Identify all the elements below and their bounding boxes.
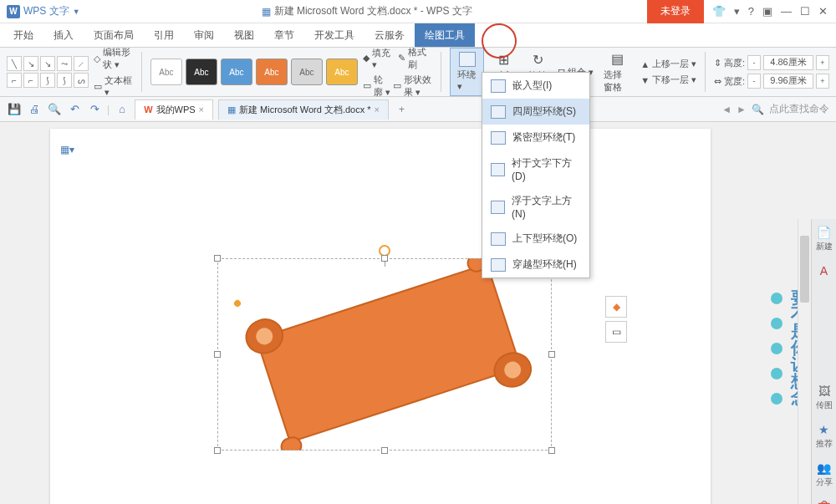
search-icon[interactable]: 🔍 (752, 104, 764, 115)
document-area: ▦▾ (0, 122, 836, 504)
style-5[interactable]: Abc (291, 59, 323, 85)
rp-new[interactable]: 📄新建 (816, 226, 833, 252)
menu-view[interactable]: 视图 (224, 23, 264, 48)
redo-icon[interactable]: ↷ (87, 102, 102, 117)
menu-dev[interactable]: 开发工具 (304, 23, 364, 48)
edit-shape[interactable]: ◇ 编辑形状 ▾ (94, 46, 133, 71)
menu-draw-tools[interactable]: 绘图工具 (415, 23, 475, 48)
app-brand: W WPS 文字 ▼ (0, 4, 87, 18)
save-icon[interactable]: 💾 (7, 102, 22, 117)
skin-icon[interactable]: 👕 (712, 5, 726, 18)
rp-tpl[interactable]: 🖼传图 (816, 384, 833, 411)
add-tab-icon[interactable]: + (394, 104, 410, 115)
undo-icon[interactable]: ↶ (67, 102, 82, 117)
search-placeholder[interactable]: 点此查找命令 (769, 102, 829, 116)
page-break-icon: ▦▾ (60, 144, 74, 155)
window-controls: 👕 ▾ ? ▣ — ☐ ✕ (704, 5, 836, 18)
height-input[interactable]: 4.86厘米 (763, 55, 813, 70)
style-4[interactable]: Abc (256, 59, 288, 85)
handle-bm[interactable] (381, 447, 388, 454)
tab-document[interactable]: ▦ 新建 Microsoft Word 文档.docx * × (218, 99, 389, 120)
handle-tm[interactable] (381, 255, 388, 262)
wps-logo-icon: W (144, 104, 152, 115)
width-row: ⇔ 宽度: -9.96厘米+ (714, 74, 829, 89)
print-icon[interactable]: 🖨 (27, 102, 42, 117)
style-6[interactable]: Abc (326, 59, 358, 85)
wrap-tight[interactable]: 紧密型环绕(T) (482, 125, 589, 150)
help-icon[interactable]: ? (748, 5, 754, 18)
title-bar: W WPS 文字 ▼ ▦ 新建 Microsoft Word 文档.docx *… (0, 0, 836, 23)
bring-forward[interactable]: ▲ 上移一层 ▾ (640, 58, 696, 70)
minimize-icon[interactable]: — (781, 5, 792, 18)
brand-dropdown-icon[interactable]: ▼ (73, 8, 80, 16)
decorative-dots (771, 293, 782, 405)
textbox[interactable]: ▭ 文本框 ▾ (94, 74, 133, 98)
doc-icon: ▦ (262, 6, 271, 18)
select-pane[interactable]: ▤选择窗格 (599, 49, 635, 95)
width-dec[interactable]: - (747, 74, 761, 89)
login-button[interactable]: 未登录 (647, 0, 704, 23)
wrap-behind[interactable]: 衬于文字下方(D) (482, 150, 589, 188)
height-inc[interactable]: + (816, 55, 829, 70)
document-page[interactable]: ▦▾ (50, 129, 711, 504)
send-backward[interactable]: ▼ 下移一层 ▾ (640, 74, 696, 86)
menu-section[interactable]: 章节 (264, 23, 304, 48)
app-logo-icon: W (7, 5, 20, 18)
wrap-topbottom[interactable]: 上下型环绕(O) (482, 226, 589, 252)
doc-tab-icon: ▦ (227, 104, 236, 115)
window-title: ▦ 新建 Microsoft Word 文档.docx * - WPS 文字 (87, 4, 647, 18)
rp-tools[interactable]: 🧰工具 (816, 500, 833, 504)
height-row: ⇕ 高度: -4.86厘米+ (714, 55, 829, 70)
wrap-button[interactable]: 环绕 ▾ (450, 48, 484, 96)
outline-effect[interactable]: ▭ 轮廓 ▾ ▭ 形状效果 ▾ (363, 74, 432, 99)
tab-mywps[interactable]: W 我的WPS × (135, 99, 213, 120)
menu-start[interactable]: 开始 (3, 23, 43, 48)
preview-icon[interactable]: 🔍 (47, 102, 62, 117)
title-text: 新建 Microsoft Word 文档.docx * - WPS 文字 (274, 4, 472, 18)
nav-right-icon[interactable]: ► (737, 104, 747, 115)
style-3[interactable]: Abc (221, 59, 252, 85)
rp-rec[interactable]: ★推荐 (816, 423, 833, 450)
menu-layout[interactable]: 页面布局 (84, 23, 144, 48)
style-gallery[interactable]: Abc Abc Abc Abc Abc Abc (150, 59, 358, 85)
menu-insert[interactable]: 插入 (43, 23, 84, 48)
height-dec[interactable]: - (747, 55, 761, 70)
tab-close-icon[interactable]: × (199, 104, 204, 115)
style-1[interactable]: Abc (150, 59, 182, 85)
wrap-front[interactable]: 浮于文字上方(N) (482, 188, 589, 226)
handle-br[interactable] (548, 447, 555, 454)
maximize-icon[interactable]: ☐ (800, 5, 810, 18)
float-fill-icon[interactable]: ◆ (605, 296, 627, 318)
line-tools[interactable]: ╲↘↘⤳⟋ ⌐⌐⟆⟆ᔕ (7, 56, 89, 88)
wrap-inline[interactable]: 嵌入型(I) (482, 73, 589, 99)
menu-cloud[interactable]: 云服务 (364, 23, 415, 48)
handle-ml[interactable] (214, 351, 221, 358)
float-outline-icon[interactable]: ▭ (605, 321, 627, 343)
ribbon: ╲↘↘⤳⟋ ⌐⌐⟆⟆ᔕ ◇ 编辑形状 ▾ ▭ 文本框 ▾ Abc Abc Abc… (0, 47, 836, 97)
rp-style[interactable]: A (818, 264, 831, 277)
settings-icon[interactable]: ▾ (734, 5, 740, 18)
floating-toolbar: ◆ ▭ (605, 296, 627, 343)
rp-share[interactable]: 👥分享 (816, 461, 833, 488)
shape-selection[interactable] (217, 258, 552, 451)
width-inc[interactable]: + (816, 74, 829, 89)
right-panel: 📄新建 A 🖼传图 ★推荐 👥分享 🧰工具 ⟳备份 ?帮助 (811, 219, 836, 504)
wrap-square[interactable]: 四周型环绕(S) (482, 99, 589, 125)
menu-reference[interactable]: 引用 (144, 23, 184, 48)
app-name: WPS 文字 (23, 4, 69, 18)
fill[interactable]: ◆ 填充 ▾ ✎ 格式刷 (363, 46, 432, 71)
handle-tl[interactable] (214, 255, 221, 262)
vertical-scrollbar[interactable] (798, 219, 811, 504)
width-input[interactable]: 9.96厘米 (763, 74, 813, 89)
nav-left-icon[interactable]: ◄ (721, 104, 732, 115)
wrap-dropdown: 嵌入型(I) 四周型环绕(S) 紧密型环绕(T) 衬于文字下方(D) 浮于文字上… (482, 72, 590, 278)
close-icon[interactable]: ✕ (818, 5, 828, 18)
menu-review[interactable]: 审阅 (184, 23, 224, 48)
home-icon[interactable]: ⌂ (115, 102, 130, 117)
restore-icon[interactable]: ▣ (762, 5, 772, 18)
style-2[interactable]: Abc (186, 59, 217, 85)
tab-close-icon[interactable]: × (375, 104, 380, 115)
handle-bl[interactable] (214, 447, 221, 454)
wrap-through[interactable]: 穿越型环绕(H) (482, 252, 589, 277)
handle-mr[interactable] (548, 351, 555, 358)
